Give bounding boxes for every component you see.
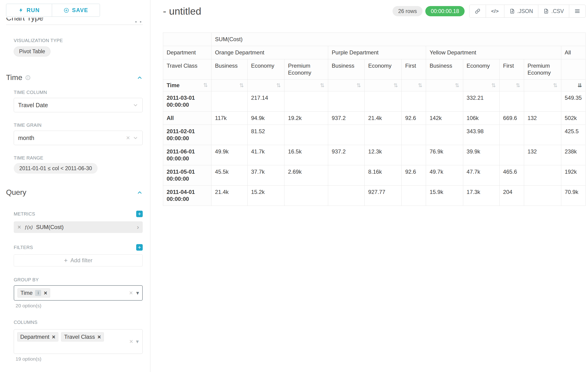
column-sort-header[interactable]: ⇅ bbox=[284, 80, 328, 91]
columns-options-hint: 19 option(s) bbox=[16, 356, 143, 362]
file-download-icon bbox=[543, 8, 549, 14]
group-by-select[interactable]: Time i × × ▾ bbox=[14, 285, 143, 301]
add-filter-button[interactable]: + Add filter bbox=[14, 254, 143, 266]
chevron-right-icon[interactable]: › bbox=[137, 223, 139, 231]
table-row: 2011-02-01 00:00:0081.52343.98425.5 bbox=[163, 125, 586, 145]
value-cell: 81.52 bbox=[248, 125, 284, 145]
column-sort-header[interactable]: ⇅ bbox=[365, 80, 402, 91]
more-options-button[interactable] bbox=[569, 5, 586, 18]
table-row: 2011-04-01 00:00:0021.4k15.2k927.7715.9k… bbox=[163, 186, 586, 206]
col-header: Business bbox=[211, 59, 248, 80]
clear-icon[interactable]: × bbox=[129, 338, 133, 345]
sort-icon: ⇅ bbox=[418, 82, 422, 89]
chart-panel: - untitled 26 rows 00:00:00.18 </> .JSON bbox=[150, 0, 588, 372]
collapse-chevron-icon[interactable] bbox=[137, 75, 143, 81]
value-cell bbox=[328, 186, 365, 206]
value-cell: 549.35 bbox=[561, 91, 586, 112]
value-cell: 142k bbox=[426, 112, 463, 125]
value-cell bbox=[524, 186, 561, 206]
code-icon: </> bbox=[491, 8, 499, 14]
row-label: 2011-03-01 00:00:00 bbox=[163, 91, 211, 112]
row-label: 2011-05-01 00:00:00 bbox=[163, 165, 211, 186]
copy-link-button[interactable] bbox=[469, 5, 486, 18]
column-sort-header[interactable]: ⇅ bbox=[524, 80, 561, 91]
value-cell: 37.7k bbox=[248, 165, 284, 186]
value-cell bbox=[284, 186, 328, 206]
export-json-label: .JSON bbox=[517, 8, 533, 14]
value-cell bbox=[426, 91, 463, 112]
add-filter-plus-button[interactable]: + bbox=[136, 244, 143, 251]
value-cell bbox=[402, 186, 426, 206]
column-sort-header[interactable]: ⇅ bbox=[426, 80, 463, 91]
columns-chip[interactable]: Travel Class × bbox=[61, 332, 104, 341]
group-by-chip-label: Time bbox=[21, 290, 32, 296]
sort-icon: ⇅ bbox=[553, 82, 557, 89]
value-cell: 132 bbox=[524, 112, 561, 125]
section-divider bbox=[6, 25, 143, 25]
query-timer-badge: 00:00:00.18 bbox=[425, 6, 465, 16]
remove-chip-icon[interactable]: × bbox=[44, 290, 47, 297]
sort-icon: ⇅ bbox=[491, 82, 496, 89]
column-sort-header[interactable]: ⇅ bbox=[463, 80, 499, 91]
value-cell bbox=[524, 91, 561, 112]
save-button[interactable]: SAVE bbox=[52, 4, 100, 17]
value-cell: 15.9k bbox=[426, 186, 463, 206]
value-cell: 117k bbox=[211, 112, 248, 125]
columns-chip[interactable]: Department × bbox=[17, 332, 58, 341]
value-cell bbox=[211, 91, 248, 112]
columns-select[interactable]: Department × Travel Class × × ▾ bbox=[14, 329, 143, 354]
remove-chip-icon[interactable]: × bbox=[52, 334, 55, 340]
link-icon bbox=[475, 8, 481, 14]
clear-icon[interactable]: × bbox=[126, 135, 130, 141]
col-group-header: Yellow Department bbox=[426, 46, 561, 59]
value-cell: 8.16k bbox=[365, 165, 402, 186]
info-badge-icon: i bbox=[35, 290, 41, 296]
export-csv-button[interactable]: .CSV bbox=[538, 5, 569, 18]
embed-code-button[interactable]: </> bbox=[486, 5, 504, 18]
add-filter-label: Add filter bbox=[70, 257, 93, 264]
collapse-chevron-icon[interactable] bbox=[137, 190, 143, 196]
group-by-chip[interactable]: Time i × bbox=[17, 288, 50, 298]
column-sort-header[interactable]: ⇊ bbox=[561, 80, 586, 91]
table-row: All117k94.9k19.2k937.221.4k92.6142k106k6… bbox=[163, 112, 586, 125]
col-group-header: All bbox=[561, 46, 586, 59]
value-cell bbox=[402, 125, 426, 145]
add-metric-button[interactable]: + bbox=[136, 211, 143, 217]
column-sort-header[interactable]: ⇅ bbox=[211, 80, 248, 91]
value-cell: 41.7k bbox=[248, 145, 284, 165]
column-sort-header[interactable]: ⇅ bbox=[248, 80, 284, 91]
row-label: 2011-02-01 00:00:00 bbox=[163, 125, 211, 145]
export-json-button[interactable]: .JSON bbox=[504, 5, 538, 18]
value-cell: 937.2 bbox=[328, 145, 365, 165]
column-sort-header[interactable]: ⇅ bbox=[499, 80, 524, 91]
run-button[interactable]: RUN bbox=[6, 4, 52, 17]
col-header: Premium Economy bbox=[284, 59, 328, 80]
column-sort-header[interactable]: ⇅ bbox=[402, 80, 426, 91]
value-cell: 17.3k bbox=[463, 186, 499, 206]
clear-icon[interactable]: × bbox=[129, 290, 133, 296]
col-header: Premium Economy bbox=[524, 59, 561, 80]
chart-title[interactable]: - untitled bbox=[163, 6, 201, 17]
sort-icon: ⇅ bbox=[239, 82, 244, 89]
value-cell bbox=[402, 145, 426, 165]
metric-chip-label: SUM(Cost) bbox=[36, 224, 64, 230]
visualization-type-chip[interactable]: Pivot Table bbox=[14, 46, 51, 56]
clipped-chevron-dot bbox=[135, 21, 137, 22]
plus-icon: + bbox=[64, 257, 68, 264]
value-cell: 94.9k bbox=[248, 112, 284, 125]
time-grain-select[interactable]: month × bbox=[14, 131, 143, 145]
caret-down-icon[interactable]: ▾ bbox=[136, 290, 139, 296]
value-cell bbox=[499, 145, 524, 165]
caret-down-icon[interactable]: ▾ bbox=[136, 339, 139, 344]
time-column-select[interactable]: Travel Date bbox=[14, 98, 143, 112]
time-section-title: Time bbox=[6, 73, 22, 82]
column-sort-header[interactable]: ⇅ bbox=[328, 80, 365, 91]
chevron-down-icon[interactable] bbox=[133, 135, 138, 141]
time-sort-header[interactable]: Time⇅ bbox=[163, 80, 211, 91]
time-range-pill[interactable]: 2011-01-01 ≤ col < 2011-06-30 bbox=[14, 163, 98, 174]
corner-cell bbox=[163, 33, 211, 46]
remove-chip-icon[interactable]: × bbox=[97, 334, 101, 340]
metric-chip[interactable]: × ƒ(x) SUM(Cost) › bbox=[14, 221, 143, 233]
chevron-down-icon[interactable] bbox=[133, 102, 138, 108]
remove-metric-icon[interactable]: × bbox=[17, 224, 21, 231]
